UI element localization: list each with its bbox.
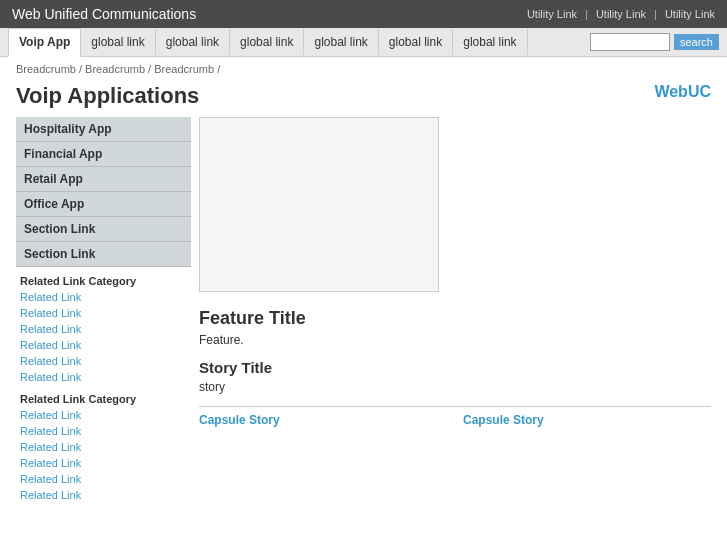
sidebar-item-office-app[interactable]: Office App (16, 192, 191, 217)
utility-link-2[interactable]: Utility Link (596, 8, 646, 20)
related-link-2-2[interactable]: Related Link (16, 423, 191, 439)
breadcrumb-item-1[interactable]: Breadcrumb (16, 63, 76, 75)
content-area: Feature Title Feature. Story Title story… (199, 117, 711, 503)
related-link-1-1[interactable]: Related Link (16, 289, 191, 305)
nav-item-global-5[interactable]: global link (379, 29, 453, 55)
main-layout: Hospitality App Financial App Retail App… (0, 117, 727, 503)
sidebar-item-retail-app[interactable]: Retail App (16, 167, 191, 192)
breadcrumb-separator: / (217, 63, 220, 75)
story-text: story (199, 380, 711, 394)
utility-link-1[interactable]: Utility Link (527, 8, 577, 20)
sidebar-item-hospitality-app[interactable]: Hospitality App (16, 117, 191, 142)
search-area: search (590, 33, 719, 51)
nav-item-voip-app[interactable]: Voip App (8, 28, 81, 57)
site-title: Web Unified Communications (12, 6, 196, 22)
breadcrumb-item-3[interactable]: Breadcrumb (154, 63, 214, 75)
related-link-1-4[interactable]: Related Link (16, 337, 191, 353)
related-link-1-5[interactable]: Related Link (16, 353, 191, 369)
related-category-title-1: Related Link Category (16, 267, 191, 289)
brand-label: WebUC (654, 83, 711, 101)
capsule-item-2: Capsule Story (463, 413, 711, 427)
nav-links: Voip App global link global link global … (8, 28, 528, 56)
page-header: Voip Applications WebUC (0, 81, 727, 117)
site-header: Web Unified Communications Utility Link … (0, 0, 727, 28)
breadcrumb: Breadcrumb / Breadcrumb / Breadcrumb / (0, 57, 727, 81)
related-category-title-2: Related Link Category (16, 385, 191, 407)
utility-links: Utility Link | Utility Link | Utility Li… (527, 8, 715, 20)
related-link-2-4[interactable]: Related Link (16, 455, 191, 471)
related-link-2-3[interactable]: Related Link (16, 439, 191, 455)
feature-title: Feature Title (199, 308, 711, 329)
nav-item-global-1[interactable]: global link (81, 29, 155, 55)
nav-item-global-3[interactable]: global link (230, 29, 304, 55)
feature-text: Feature. (199, 333, 711, 347)
related-link-1-2[interactable]: Related Link (16, 305, 191, 321)
sidebar-item-section-link-2[interactable]: Section Link (16, 242, 191, 267)
page-title: Voip Applications (16, 83, 199, 109)
sidebar: Hospitality App Financial App Retail App… (16, 117, 191, 503)
separator: | (585, 8, 588, 20)
search-button[interactable]: search (674, 34, 719, 50)
capsule-link-2[interactable]: Capsule Story (463, 413, 544, 427)
nav-item-global-4[interactable]: global link (304, 29, 378, 55)
capsule-link-1[interactable]: Capsule Story (199, 413, 280, 427)
related-link-2-1[interactable]: Related Link (16, 407, 191, 423)
breadcrumb-item-2[interactable]: Breadcrumb (85, 63, 145, 75)
navbar: Voip App global link global link global … (0, 28, 727, 57)
feature-image (199, 117, 439, 292)
related-link-1-3[interactable]: Related Link (16, 321, 191, 337)
search-input[interactable] (590, 33, 670, 51)
capsule-item-1: Capsule Story (199, 413, 447, 427)
utility-link-3[interactable]: Utility Link (665, 8, 715, 20)
related-link-2-5[interactable]: Related Link (16, 471, 191, 487)
nav-item-global-6[interactable]: global link (453, 29, 527, 55)
sidebar-item-section-link-1[interactable]: Section Link (16, 217, 191, 242)
story-title: Story Title (199, 359, 711, 376)
capsule-row: Capsule Story Capsule Story (199, 406, 711, 427)
separator: | (654, 8, 657, 20)
nav-item-global-2[interactable]: global link (156, 29, 230, 55)
related-link-2-6[interactable]: Related Link (16, 487, 191, 503)
related-link-1-6[interactable]: Related Link (16, 369, 191, 385)
sidebar-item-financial-app[interactable]: Financial App (16, 142, 191, 167)
content-block (199, 117, 711, 304)
